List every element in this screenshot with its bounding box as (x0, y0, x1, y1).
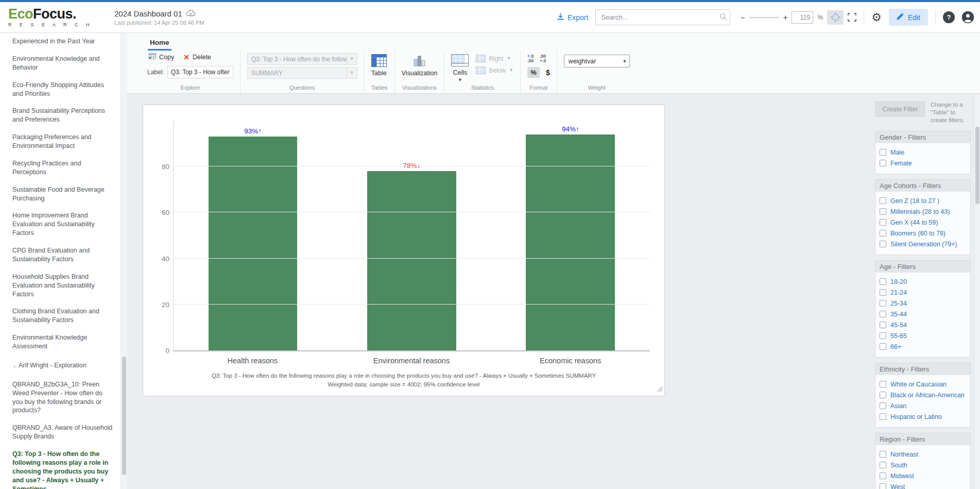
right-button[interactable]: Right ▼ (476, 55, 513, 62)
checkbox[interactable] (880, 381, 886, 387)
checkbox[interactable] (880, 160, 886, 166)
sidebar-item[interactable]: CPG Brand Evaluation and Sustainability … (9, 245, 117, 265)
sidebar-item[interactable]: Environmental Knowledge Assessment (9, 332, 117, 352)
label-input[interactable] (167, 66, 233, 78)
filter-option[interactable]: 21-24 (880, 289, 966, 296)
checkbox[interactable] (880, 230, 886, 237)
filter-option[interactable]: 45-54 (880, 322, 966, 329)
sidebar-item[interactable]: QBRAND_B2bG3A_10: Preen Weed Preventer -… (9, 379, 117, 416)
bar[interactable] (367, 171, 456, 350)
filter-option[interactable]: Asian (880, 402, 966, 410)
checkbox[interactable] (880, 343, 886, 350)
sidebar-item[interactable]: ▲Arif Wright - Exploration (9, 360, 117, 371)
sidebar-item[interactable]: Packaging Preferences and Environmental … (9, 132, 117, 151)
filter-option[interactable]: Midwest (880, 473, 966, 480)
sidebar-item[interactable]: Eco-Friendly Shopping Attitudes and Prio… (9, 80, 117, 99)
zoom-level-input[interactable] (792, 11, 813, 24)
sidebar-item[interactable]: Environmental Knowledge and Behavior (9, 54, 117, 73)
table-button[interactable]: Table (371, 53, 387, 77)
checkbox[interactable] (880, 462, 886, 468)
bar[interactable] (526, 134, 615, 350)
sidebar-item[interactable]: Home Improvement Brand Evaluation and Su… (9, 210, 117, 239)
summary-dropdown[interactable]: SUMMARY ▼ (247, 67, 357, 79)
fit-to-screen-button[interactable] (827, 10, 844, 25)
filter-option[interactable]: White or Caucasian (880, 381, 966, 388)
bar[interactable] (209, 137, 298, 350)
sidebar-scrollbar[interactable] (121, 33, 127, 489)
below-button[interactable]: Below ▼ (476, 66, 513, 74)
checkbox[interactable] (880, 311, 886, 317)
fullscreen-button[interactable] (848, 13, 856, 22)
checkbox[interactable] (880, 402, 886, 409)
account-button[interactable] (962, 11, 974, 23)
sidebar-item[interactable]: Sustainable Food and Beverage Purchasing (9, 184, 117, 204)
checkbox[interactable] (880, 300, 886, 307)
zoom-slider[interactable] (749, 17, 779, 18)
filter-option-label: Boomers (60 to 78) (890, 230, 945, 237)
cells-button[interactable]: Cells ▼ (451, 53, 469, 81)
chart-card[interactable]: 93%↑78%↓94%↑ 020406080 Health reasonsEnv… (143, 105, 665, 396)
checkbox[interactable] (880, 149, 886, 156)
search-icon[interactable] (719, 13, 727, 23)
checkbox[interactable] (880, 332, 886, 339)
weight-dropdown[interactable]: weightvar ▼ (564, 55, 630, 68)
sidebar-item[interactable]: Q3: Top 3 - How often do the following r… (9, 449, 117, 489)
filter-option[interactable]: Millennials (28 to 43) (880, 208, 966, 215)
zoom-in-button[interactable]: + (783, 13, 788, 22)
checkbox[interactable] (880, 392, 886, 398)
filter-option[interactable]: Gen X (44 to 59) (880, 219, 966, 226)
question-dropdown[interactable]: Q3: Top 3 - How often do the following..… (247, 53, 357, 65)
panel-scrollbar-thumb[interactable] (975, 127, 979, 204)
help-button[interactable]: ? (943, 11, 955, 23)
checkbox[interactable] (880, 483, 886, 489)
checkbox[interactable] (880, 197, 886, 204)
tab-home[interactable]: Home (148, 36, 171, 50)
percent-format-button[interactable]: % (527, 67, 540, 78)
sidebar-item[interactable]: QBRAND_A3. Aware of Household Supply Bra… (9, 423, 117, 442)
filter-option[interactable]: Hispanic or Latino (880, 413, 966, 420)
currency-format-button[interactable]: $ (546, 69, 550, 77)
copy-button[interactable]: Copy (147, 53, 174, 61)
filter-option[interactable]: Gen Z (18 to 27 ) (880, 197, 966, 205)
checkbox[interactable] (880, 322, 886, 328)
zoom-out-button[interactable]: – (741, 13, 745, 22)
sidebar-item[interactable]: Experienced in the Past Year (9, 36, 117, 47)
filter-option[interactable]: Female (880, 160, 966, 167)
filter-option[interactable]: 66+ (880, 343, 966, 350)
delete-button[interactable]: ✕ Delete (183, 53, 211, 61)
sidebar-item[interactable]: Household Supplies Brand Evaluation and … (9, 272, 117, 300)
filter-option[interactable]: Black or African-American (880, 392, 966, 399)
checkbox[interactable] (880, 208, 886, 215)
search-input[interactable] (595, 9, 730, 25)
visualization-button[interactable]: Visualization (402, 53, 438, 77)
filter-option[interactable]: Male (880, 149, 966, 156)
filter-option[interactable]: Northeast (880, 451, 966, 458)
filter-option[interactable]: 55-65 (880, 332, 966, 340)
filter-option[interactable]: South (880, 462, 966, 469)
filter-option[interactable]: Silent Generation (79+) (880, 241, 966, 248)
filter-option[interactable]: 18-20 (880, 278, 966, 285)
sidebar-item[interactable]: Recycling Practices and Perceptions (9, 158, 117, 178)
panel-scrollbar[interactable] (974, 94, 980, 489)
checkbox[interactable] (880, 451, 886, 458)
decimal-increase-icon[interactable]: ++.0.0.00 (527, 54, 534, 63)
filter-option[interactable]: Boomers (60 to 78) (880, 230, 966, 237)
sidebar-item[interactable]: Clothing Brand Evaluation and Sustainabi… (9, 306, 117, 326)
sidebar-item[interactable]: Brand Sustainability Perceptions and Pre… (9, 106, 117, 125)
checkbox[interactable] (880, 278, 886, 285)
export-button[interactable]: Export (557, 13, 588, 22)
create-filter-button[interactable]: Create Filter (875, 101, 925, 117)
decimal-decrease-icon[interactable]: .00+.0 (540, 54, 546, 63)
filter-option[interactable]: West (880, 483, 966, 489)
checkbox[interactable] (880, 473, 886, 479)
filter-option[interactable]: 35-44 (880, 311, 966, 318)
checkbox[interactable] (880, 289, 886, 296)
checkbox[interactable] (880, 413, 886, 420)
resize-handle-icon[interactable] (657, 385, 663, 394)
checkbox[interactable] (880, 219, 886, 226)
filter-option[interactable]: 25-34 (880, 300, 966, 307)
sidebar-scrollbar-thumb[interactable] (122, 357, 126, 475)
edit-button[interactable]: Edit (889, 9, 928, 26)
checkbox[interactable] (880, 241, 886, 247)
gear-icon[interactable]: ⚙ (871, 12, 882, 23)
